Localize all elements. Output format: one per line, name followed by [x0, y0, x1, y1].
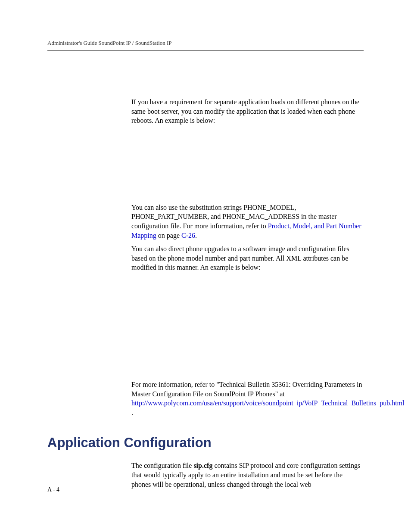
section-para1-pre: The configuration file: [131, 462, 193, 469]
body-content: If you have a requirement for separate a…: [131, 97, 364, 417]
section-content: The configuration file sip.cfg contains …: [131, 461, 364, 489]
page-number: A - 4: [47, 486, 59, 493]
paragraph-1: If you have a requirement for separate a…: [131, 97, 364, 125]
section-paragraph-1: The configuration file sip.cfg contains …: [131, 461, 364, 489]
page-reference-link[interactable]: C-26: [181, 232, 195, 239]
paragraph-2-text-post: .: [195, 232, 197, 239]
running-header: Administrator's Guide SoundPoint IP / So…: [47, 40, 364, 47]
page-container: Administrator's Guide SoundPoint IP / So…: [0, 0, 411, 489]
paragraph-4-text-pre: For more information, refer to "Technica…: [131, 381, 362, 398]
header-divider: [47, 50, 364, 51]
paragraph-4-text-post: .: [131, 409, 133, 416]
example-placeholder-2: [131, 277, 364, 380]
external-url-link[interactable]: http://www.polycom.com/usa/en/support/vo…: [131, 399, 405, 407]
filename-bold: sip.cfg: [193, 462, 212, 469]
section-heading: Application Configuration: [47, 435, 364, 451]
paragraph-2: You can also use the substitution string…: [131, 203, 364, 240]
paragraph-4: For more information, refer to "Technica…: [131, 380, 364, 417]
example-placeholder-1: [131, 130, 364, 203]
paragraph-3: You can also direct phone upgrades to a …: [131, 244, 364, 272]
paragraph-2-text-mid: on page: [156, 232, 181, 239]
